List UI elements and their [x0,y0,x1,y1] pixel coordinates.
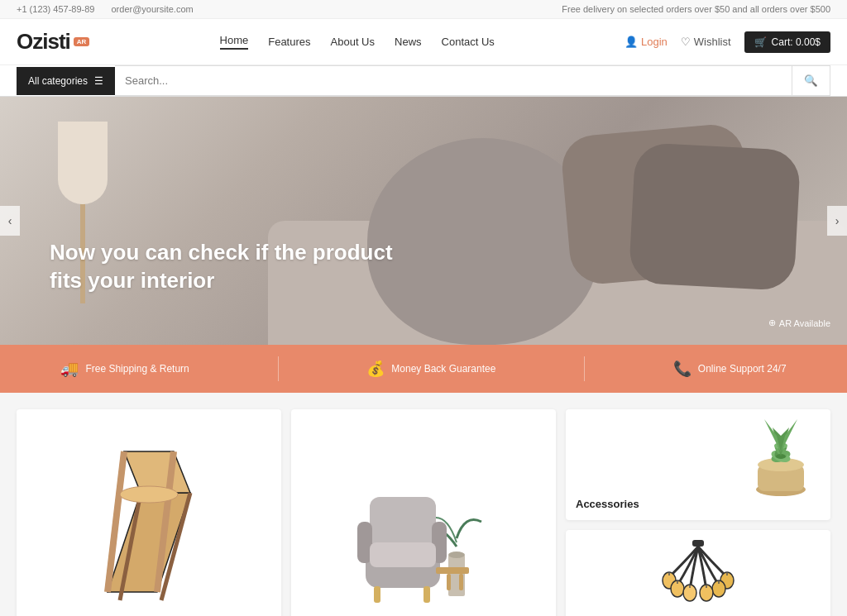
main-nav: Home Features About Us News Contact Us [220,34,495,50]
search-button[interactable]: 🔍 [792,65,830,96]
svg-point-6 [120,486,178,503]
nav-contact[interactable]: Contact Us [442,36,495,48]
hero-content: Now you can check if the product fits yo… [50,239,393,295]
category-grid: Furniture [0,393,847,616]
svg-rect-17 [447,574,451,590]
svg-rect-16 [436,567,469,574]
support-icon: 📞 [673,360,691,378]
category-furniture[interactable]: Furniture [17,409,281,616]
shipping-icon: 🚚 [60,360,79,378]
hero-next-button[interactable]: › [827,206,847,236]
benefit-money-back: 💰 Money Back Guarantee [366,360,495,378]
search-input[interactable] [125,66,782,95]
search-icon: 🔍 [804,74,818,87]
login-icon: 👤 [624,36,638,48]
logo[interactable]: Ozisti AR [17,29,89,55]
benefit-shipping: 🚚 Free Shipping & Return [60,360,189,378]
phone-number: +1 (123) 457-89-89 [17,4,94,14]
support-label: Online Support 24/7 [698,363,787,375]
hero-prev-button[interactable]: ‹ [0,206,20,236]
login-link[interactable]: 👤 Login [624,36,668,48]
money-back-label: Money Back Guarantee [391,363,495,375]
categories-label: All categories [28,75,88,87]
cart-icon: 🛒 [754,36,767,48]
nav-features[interactable]: Features [268,36,310,48]
nav-home[interactable]: Home [220,34,249,50]
benefit-divider-2 [584,356,585,381]
svg-rect-28 [692,540,704,547]
hero-ar-badge: ⊕ AR Available [768,318,830,328]
hero-title: Now you can check if the product fits yo… [50,239,393,295]
svg-point-8 [448,552,465,558]
svg-rect-10 [370,497,436,547]
money-back-icon: 💰 [366,360,385,378]
ar-icon: ⊕ [768,318,776,328]
furniture-image [17,409,281,616]
nav-actions: 👤 Login ♡ Wishlist 🛒 Cart: 0.00$ [624,31,830,53]
chevron-left-icon: ‹ [8,214,12,227]
lighting-image [566,530,830,616]
svg-rect-13 [370,542,436,567]
header: Ozisti AR Home Features About Us News Co… [0,19,847,65]
category-lighting[interactable]: Lighting [566,530,830,616]
benefit-divider-1 [278,356,279,381]
svg-rect-15 [424,586,430,603]
sofas-image [291,409,556,616]
chevron-down-icon: ☰ [94,75,103,87]
svg-rect-14 [374,586,380,603]
search-input-wrap [115,65,792,96]
category-sofas[interactable]: Sofas & Armchairs [291,409,556,616]
hero-pillow-darker [629,142,802,291]
categories-dropdown[interactable]: All categories ☰ [17,67,115,95]
accessories-image [566,409,830,504]
shipping-label: Free Shipping & Return [85,363,189,375]
email-address: order@yoursite.com [111,4,193,14]
benefits-bar: 🚚 Free Shipping & Return 💰 Money Back Gu… [0,345,847,393]
category-accessories[interactable]: Accessories [566,409,830,520]
hero-slider: Now you can check if the product fits yo… [0,97,847,345]
accessories-label: Accessories [576,498,639,510]
search-bar: All categories ☰ 🔍 [0,65,847,97]
logo-badge: AR [74,37,90,46]
benefit-support: 📞 Online Support 24/7 [673,360,787,378]
wishlist-button[interactable]: ♡ Wishlist [681,36,731,48]
heart-icon: ♡ [681,36,691,48]
svg-rect-18 [459,574,463,590]
chevron-right-icon: › [835,214,840,227]
cart-button[interactable]: 🛒 Cart: 0.00$ [744,31,830,53]
nav-news[interactable]: News [395,36,422,48]
promo-message: Free delivery on selected orders over $5… [562,4,830,14]
logo-text: Ozisti [17,29,70,55]
nav-about[interactable]: About Us [331,36,375,48]
top-bar: +1 (123) 457-89-89 order@yoursite.com Fr… [0,0,847,19]
